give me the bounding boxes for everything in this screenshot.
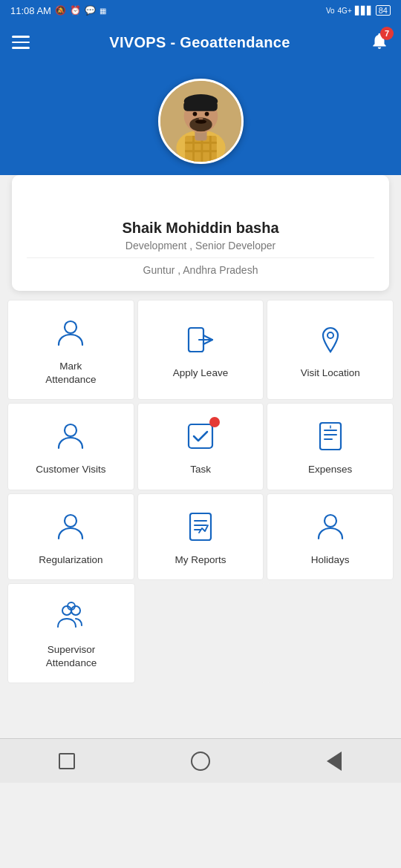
hamburger-line-1 (12, 36, 30, 38)
time-display: 11:08 AM (10, 5, 51, 16)
profile-card: Shaik Mohiddin basha Development , Senio… (12, 175, 389, 291)
menu-grid: MarkAttendance Apply Leave Visit Locati (0, 291, 401, 683)
notification-button[interactable]: 7 (370, 31, 389, 53)
hamburger-line-2 (12, 42, 30, 44)
apply-leave-label: Apply Leave (173, 366, 228, 380)
avatar (158, 79, 244, 164)
menu-row-1: MarkAttendance Apply Leave Visit Locati (7, 300, 394, 400)
app-bar: VIVOPS - Geoattendance 7 (0, 21, 401, 64)
menu-row-2: Customer Visits Task (7, 403, 394, 490)
svg-point-20 (327, 332, 333, 338)
expenses-label: Expenses (308, 463, 352, 476)
regularization-icon (54, 510, 87, 546)
hamburger-menu-button[interactable] (12, 36, 30, 49)
hamburger-line-3 (12, 47, 30, 49)
customer-visits-icon (54, 420, 87, 456)
user-role: Development , Senior Developer (27, 240, 374, 251)
spacer (0, 686, 401, 723)
svg-point-21 (65, 424, 76, 436)
location-pin-icon (314, 323, 347, 359)
svg-rect-22 (189, 424, 212, 448)
menu-item-task[interactable]: Task (137, 403, 264, 490)
mute-icon: 🔕 (55, 5, 66, 16)
triangle-icon (327, 752, 342, 771)
menu-row-4: SupervisorAttendance (7, 583, 394, 683)
supervisor-attendance-label: SupervisorAttendance (46, 643, 97, 669)
user-location: Guntur , Andhra Pradesh (27, 264, 374, 276)
signal-bars: ▋▋▋ (355, 6, 373, 16)
visit-location-label: Visit Location (301, 366, 360, 380)
menu-item-customer-visits[interactable]: Customer Visits (7, 403, 134, 490)
status-bar-left: 11:08 AM 🔕 ⏰ 💬 ▦ (10, 5, 106, 16)
holidays-label: Holidays (311, 553, 350, 567)
menu-item-mark-attendance[interactable]: MarkAttendance (7, 300, 134, 400)
network-icon: Vo (326, 7, 335, 15)
svg-point-34 (62, 606, 71, 615)
task-label: Task (190, 463, 211, 476)
status-bar-right: Vo 4G+ ▋▋▋ 84 (326, 5, 391, 16)
svg-rect-11 (183, 101, 217, 111)
expenses-icon (314, 420, 347, 456)
square-icon (59, 753, 75, 769)
nav-square-button[interactable] (56, 751, 77, 772)
person-icon (54, 317, 87, 352)
menu-item-expenses[interactable]: Expenses (267, 403, 394, 490)
my-reports-label: My Reports (175, 553, 226, 567)
status-bar: 11:08 AM 🔕 ⏰ 💬 ▦ Vo 4G+ ▋▋▋ 84 (0, 0, 401, 21)
divider (27, 257, 374, 258)
message-icon: 💬 (85, 5, 96, 16)
exit-arrow-icon (184, 323, 217, 359)
notification-count: 7 (380, 27, 394, 40)
menu-item-supervisor-attendance[interactable]: SupervisorAttendance (7, 583, 135, 683)
task-icon (184, 420, 217, 456)
holidays-icon (314, 510, 347, 546)
avatar-image (160, 79, 241, 164)
menu-item-my-reports[interactable]: My Reports (137, 493, 264, 581)
menu-item-empty-1 (138, 583, 264, 683)
menu-row-3: Regularization My Reports (7, 493, 394, 581)
svg-point-33 (325, 515, 336, 527)
nav-back-button[interactable] (324, 751, 345, 772)
svg-point-28 (65, 515, 76, 527)
svg-point-16 (195, 119, 206, 124)
my-reports-icon (184, 510, 217, 546)
task-notification-badge (209, 417, 220, 427)
alarm-icon: ⏰ (70, 5, 81, 16)
app-title: VIVOPS - Geoattendance (109, 34, 290, 51)
menu-item-apply-leave[interactable]: Apply Leave (137, 300, 264, 400)
user-name: Shaik Mohiddin basha (27, 220, 374, 237)
bottom-nav-bar (0, 738, 401, 783)
menu-item-empty-2 (267, 583, 394, 683)
battery-level: 84 (376, 5, 391, 16)
menu-item-regularization[interactable]: Regularization (7, 493, 134, 581)
mark-attendance-label: MarkAttendance (45, 360, 96, 386)
avatar-container (0, 71, 401, 164)
svg-point-14 (204, 112, 209, 116)
svg-point-17 (65, 321, 76, 333)
4g-icon: 4G+ (338, 7, 352, 15)
svg-point-35 (71, 606, 80, 615)
circle-icon (191, 752, 210, 771)
nav-home-button[interactable] (190, 751, 211, 772)
supervisor-icon (55, 600, 88, 636)
regularization-label: Regularization (39, 553, 102, 567)
menu-item-holidays[interactable]: Holidays (267, 493, 394, 581)
menu-item-visit-location[interactable]: Visit Location (267, 300, 394, 400)
customer-visits-label: Customer Visits (36, 463, 105, 476)
svg-point-13 (192, 112, 197, 116)
chat-icon: ▦ (100, 7, 106, 15)
